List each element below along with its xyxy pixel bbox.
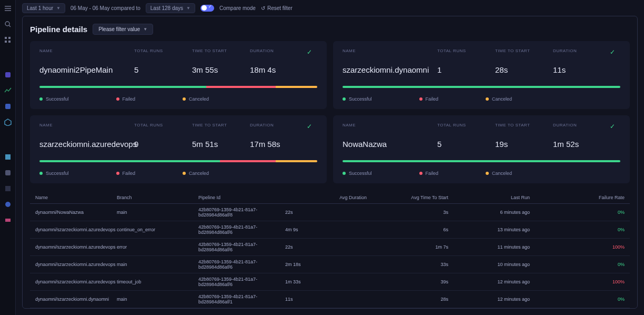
nav-icon-8[interactable]: [4, 200, 12, 209]
legend-canceled: Canceled: [486, 96, 512, 102]
nav-icon-5[interactable]: [4, 153, 12, 161]
legend: Successful Failed Canceled: [343, 171, 620, 176]
col-avg-time-to-start[interactable]: Avg Time To Start: [367, 195, 448, 200]
card-duration: 11s: [553, 65, 620, 74]
table-row[interactable]: dynaomni/szarzeckiomni.dynaomni main 42b…: [30, 291, 630, 308]
search-icon[interactable]: [4, 20, 12, 28]
card-label-runs: TOTAL RUNS: [134, 123, 192, 130]
nav-icon-4[interactable]: [4, 118, 12, 126]
col-pipeline-id[interactable]: Pipeline Id: [198, 195, 285, 200]
compare-mode-label: Compare mode: [219, 5, 256, 11]
cell-branch: main: [117, 210, 198, 215]
col-last-run[interactable]: Last Run: [448, 195, 530, 200]
nav-icon-6[interactable]: [4, 169, 12, 177]
col-branch[interactable]: Branch: [117, 195, 198, 200]
svg-marker-7: [5, 119, 11, 126]
pipeline-table: Name Branch Pipeline Id Avg Duration Avg…: [30, 192, 630, 309]
svg-rect-10: [5, 186, 11, 191]
legend-successful: Successful: [343, 171, 372, 176]
legend-canceled: Canceled: [486, 171, 512, 176]
pipeline-card[interactable]: NAME TOTAL RUNS TIME TO START DURATION ✓…: [333, 115, 630, 183]
page-title: Pipeline details: [30, 25, 87, 34]
chevron-down-icon: ▼: [56, 6, 61, 11]
legend-failed: Failed: [419, 171, 439, 176]
card-name: NowaNazwa: [343, 140, 437, 149]
card-runs: 9: [134, 140, 192, 149]
card-label-tts: TIME TO START: [495, 48, 553, 56]
cell-last-run: 13 minutes ago: [448, 227, 530, 232]
compare-range-select[interactable]: Last 128 days▼: [146, 3, 195, 13]
cell-pipeline-id: 42b80769-1359-4b21-81a7-bd28984d86af/6: [198, 259, 285, 270]
cell-name: dynaomni/NowaNazwa: [35, 210, 117, 215]
svg-rect-4: [8, 41, 11, 43]
table-row[interactable]: dynaomni/NowaNazwa main 42b80769-1359-4b…: [30, 204, 630, 221]
card-label-runs: TOTAL RUNS: [437, 48, 495, 56]
pipeline-card[interactable]: NAME TOTAL RUNS TIME TO START DURATION ✓…: [30, 41, 327, 109]
cell-avg-tts: 6s: [367, 227, 448, 232]
legend-successful: Successful: [39, 171, 69, 176]
col-name[interactable]: Name: [35, 195, 117, 200]
col-failure-rate[interactable]: Failure Rate: [530, 195, 625, 200]
table-row[interactable]: dynaomni/szarzeckiomni.azuredevops timeo…: [30, 273, 630, 291]
col-avg-duration[interactable]: Avg Duration: [285, 195, 367, 200]
cell-last-run: 10 minutes ago: [448, 262, 530, 267]
cell-last-run: 6 minutes ago: [448, 210, 530, 215]
table-row[interactable]: dynaomni/szarzeckiomni.azuredevops main …: [30, 256, 630, 273]
card-label-runs: TOTAL RUNS: [437, 123, 495, 130]
card-label-name: NAME: [343, 48, 437, 56]
status-check-icon: ✓: [610, 123, 620, 130]
card-label-tts: TIME TO START: [495, 123, 553, 130]
cell-pipeline-id: 42b80769-1359-4b21-81a7-bd28984d86af/6: [198, 224, 285, 235]
cell-avg-duration: 11s: [285, 297, 367, 302]
cell-branch: timeout_job: [117, 279, 198, 284]
cell-name: dynaomni/szarzeckiomni.dynaomni: [35, 297, 117, 302]
apps-icon[interactable]: [4, 36, 12, 44]
status-bar: [343, 160, 620, 162]
cell-name: dynaomni/szarzeckiomni.azuredevops: [35, 244, 117, 250]
card-name: szarzeckiomni.dynaomni: [343, 65, 437, 74]
card-label-duration: DURATION: [553, 48, 610, 56]
cell-last-run: 12 minutes ago: [448, 279, 530, 284]
cell-avg-duration: 22s: [285, 210, 367, 215]
pipeline-card[interactable]: NAME TOTAL RUNS TIME TO START DURATION ✓…: [30, 115, 327, 183]
legend-failed: Failed: [116, 171, 136, 176]
legend-failed: Failed: [419, 96, 439, 102]
card-runs: 5: [437, 140, 495, 149]
card-duration: 1m 52s: [553, 140, 620, 149]
legend-canceled: Canceled: [183, 171, 209, 176]
nav-icon-3[interactable]: [4, 102, 12, 111]
cell-avg-duration: 2m 18s: [285, 262, 367, 267]
status-bar: [39, 160, 317, 162]
cell-avg-tts: 3s: [367, 210, 448, 215]
table-row[interactable]: dynaomni2/dynaomini2PipeMain error 1ace9…: [30, 308, 630, 309]
nav-icon-9[interactable]: [4, 216, 12, 224]
time-range-select[interactable]: Last 1 hour▼: [22, 3, 65, 13]
menu-icon[interactable]: [4, 4, 12, 13]
card-tts: 19s: [495, 140, 553, 149]
nav-icon-7[interactable]: [4, 184, 12, 193]
cell-branch: main: [117, 262, 198, 267]
cell-avg-tts: 33s: [367, 262, 448, 267]
status-check-icon: ✓: [610, 48, 620, 56]
chevron-down-icon: ▼: [143, 27, 147, 32]
card-label-name: NAME: [39, 48, 134, 56]
svg-rect-5: [5, 72, 11, 77]
cell-avg-duration: 4m 9s: [285, 227, 367, 232]
nav-icon-1[interactable]: [4, 71, 12, 79]
sidebar: [0, 0, 16, 315]
pipeline-card[interactable]: NAME TOTAL RUNS TIME TO START DURATION ✓…: [333, 41, 630, 109]
filter-value-select[interactable]: Please filter value▼: [93, 24, 153, 35]
cell-avg-duration: 22s: [285, 244, 367, 250]
table-row[interactable]: dynaomni/szarzeckiomni.azuredevops error…: [30, 239, 630, 256]
status-bar: [343, 86, 620, 88]
legend: Successful Failed Canceled: [39, 96, 317, 102]
card-tts: 28s: [495, 65, 553, 74]
compare-mode-toggle[interactable]: [200, 5, 214, 12]
cell-pipeline-id: 42b80769-1359-4b21-81a7-bd28984d86af/1: [198, 294, 285, 304]
filter-label: Please filter value: [98, 26, 140, 32]
nav-icon-2[interactable]: [4, 86, 12, 95]
cell-avg-tts: 28s: [367, 297, 448, 302]
reset-filter-button[interactable]: ↺Reset filter: [261, 5, 293, 11]
card-label-duration: DURATION: [250, 123, 307, 130]
table-row[interactable]: dynaomni/szarzeckiomni.azuredevops conti…: [30, 221, 630, 239]
